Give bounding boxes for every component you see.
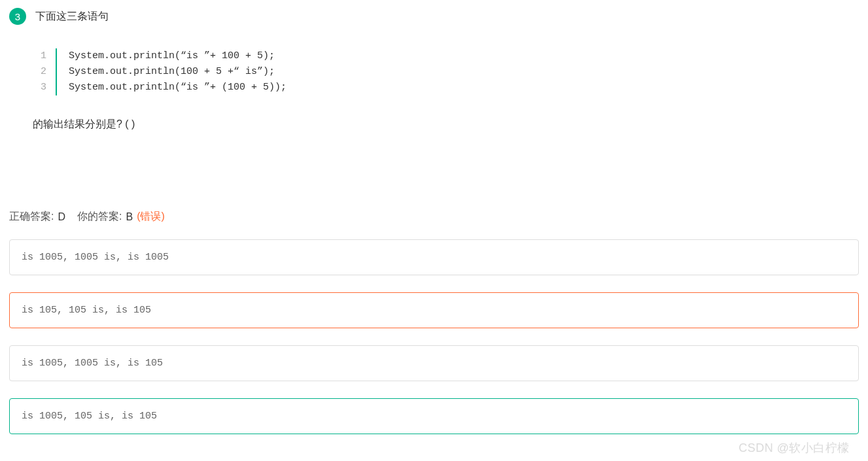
code-line: System.out.println(“is ”+ 100 + 5); xyxy=(69,48,286,64)
option-b[interactable]: is 105, 105 is, is 105 xyxy=(9,292,859,328)
question-title: 下面这三条语句 xyxy=(35,8,109,25)
question-number-badge: 3 xyxy=(9,8,26,25)
option-c[interactable]: is 1005, 1005 is, is 105 xyxy=(9,345,859,381)
code-line-numbers: 1 2 3 xyxy=(41,48,57,95)
code-content: System.out.println(“is ”+ 100 + 5); Syst… xyxy=(57,48,286,95)
correct-answer-value: D xyxy=(58,211,65,223)
code-line: System.out.println(100 + 5 +“ is”); xyxy=(69,64,286,80)
line-number: 2 xyxy=(41,64,46,80)
line-number: 3 xyxy=(41,80,46,95)
option-a[interactable]: is 1005, 1005 is, is 1005 xyxy=(9,239,859,275)
code-block: 1 2 3 System.out.println(“is ”+ 100 + 5)… xyxy=(41,48,868,95)
code-line: System.out.println(“is ”+ (100 + 5)); xyxy=(69,80,286,95)
question-suffix: 的输出结果分别是? ( ) xyxy=(33,118,868,131)
your-answer-value: B xyxy=(126,211,133,223)
answer-header: 正确答案: D 你的答案: B (错误) xyxy=(9,203,859,239)
option-d[interactable]: is 1005, 105 is, is 105 xyxy=(9,398,859,434)
watermark: CSDN @软小白柠檬 xyxy=(738,440,850,456)
correct-answer-label: 正确答案: xyxy=(9,210,54,224)
your-answer-label: 你的答案: xyxy=(77,210,122,224)
answer-section: 正确答案: D 你的答案: B (错误) is 1005, 1005 is, i… xyxy=(0,203,868,434)
answer-status: (错误) xyxy=(137,210,165,224)
question-header: 3 下面这三条语句 xyxy=(0,0,868,33)
line-number: 1 xyxy=(41,48,46,64)
